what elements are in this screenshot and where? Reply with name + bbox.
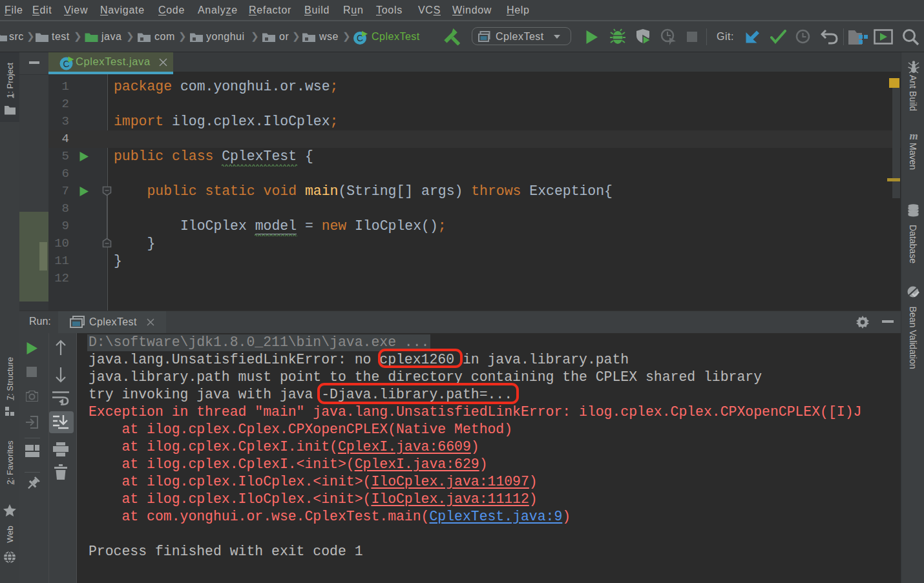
svg-text:m: m — [909, 130, 918, 141]
